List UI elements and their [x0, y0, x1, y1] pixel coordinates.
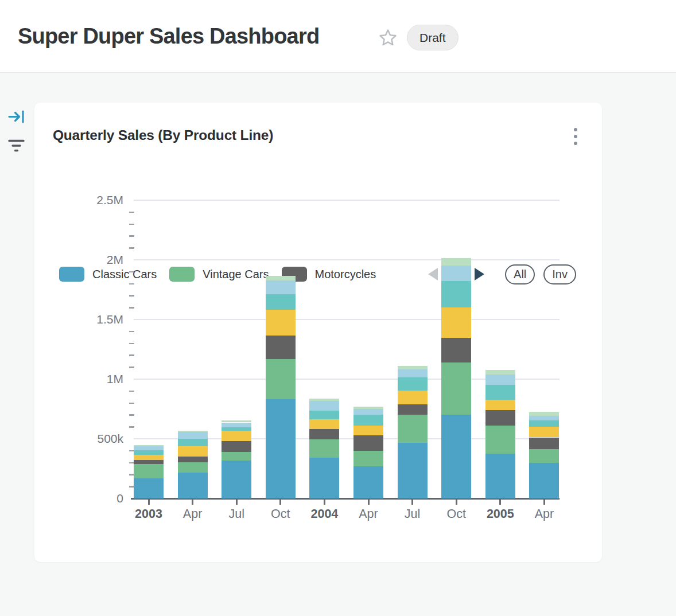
bar-segment[interactable] — [353, 466, 383, 498]
bar-segment[interactable] — [134, 478, 164, 498]
bar-segment[interactable] — [178, 439, 208, 446]
x-axis-tick — [236, 500, 238, 505]
bar-segment[interactable] — [529, 427, 559, 437]
page-title: Super Duper Sales Dashboard — [18, 25, 319, 47]
bar-segment[interactable] — [441, 362, 471, 415]
bar-segment[interactable] — [222, 431, 251, 441]
bar-segment[interactable] — [485, 375, 515, 385]
x-axis-tick — [279, 500, 281, 505]
bar-segment[interactable] — [134, 464, 164, 478]
bar-segment[interactable] — [309, 411, 339, 419]
bar-segment[interactable] — [222, 461, 251, 498]
y-axis-tick-label: 1M — [55, 372, 123, 386]
y-axis-minor-tick — [129, 212, 134, 213]
bar-segment[interactable] — [266, 399, 296, 498]
bar-segment[interactable] — [309, 399, 339, 401]
y-axis-tick-label: 0 — [55, 492, 123, 505]
bar-segment[interactable] — [529, 438, 559, 450]
bar-segment[interactable] — [222, 420, 251, 422]
bar-segment[interactable] — [266, 280, 296, 294]
bar-segment[interactable] — [398, 404, 428, 415]
bar-segment[interactable] — [485, 370, 515, 375]
bar-segment[interactable] — [222, 423, 251, 427]
bar-segment[interactable] — [178, 432, 208, 439]
bar-segment[interactable] — [441, 281, 471, 307]
bar-segment[interactable] — [309, 419, 339, 429]
bar-segment[interactable] — [134, 446, 164, 451]
y-axis-minor-tick — [129, 271, 134, 273]
bar-segment[interactable] — [309, 429, 339, 439]
bar-segment[interactable] — [266, 294, 296, 310]
bar-segment[interactable] — [529, 420, 559, 427]
bar-segment[interactable] — [529, 463, 559, 498]
bar-segment[interactable] — [178, 431, 208, 432]
bar-segment[interactable] — [134, 450, 164, 454]
filter-lines-icon[interactable] — [7, 138, 25, 155]
x-axis-tick — [324, 500, 325, 505]
bar-segment[interactable] — [485, 410, 515, 426]
y-axis-minor-tick — [129, 307, 134, 309]
bar-segment[interactable] — [529, 416, 559, 420]
x-axis-tick-label: Apr — [518, 507, 570, 521]
x-axis-tick — [368, 500, 370, 505]
arrow-bar-to-right-icon[interactable] — [7, 109, 25, 127]
bar-segment[interactable] — [353, 407, 383, 408]
y-axis-minor-tick — [129, 235, 134, 237]
bar-segment[interactable] — [398, 377, 428, 391]
bar-segment[interactable] — [441, 258, 471, 266]
bar-segment[interactable] — [266, 276, 296, 280]
chart-plot: 2.5M2M1.5M1M500k02003AprJulOct2004AprJul… — [34, 103, 602, 562]
y-axis-minor-tick — [129, 414, 134, 416]
bar-segment[interactable] — [353, 409, 383, 415]
bar-segment[interactable] — [485, 454, 515, 498]
bar-segment[interactable] — [178, 457, 208, 462]
bar-segment[interactable] — [398, 369, 428, 377]
bar-segment[interactable] — [398, 443, 428, 498]
y-axis-tick-label: 1.5M — [55, 313, 123, 326]
bar-segment[interactable] — [266, 336, 296, 359]
bar-segment[interactable] — [309, 401, 339, 411]
y-axis-tick-label: 2M — [55, 253, 123, 267]
x-axis-tick — [148, 500, 150, 505]
bar-segment[interactable] — [309, 439, 339, 458]
y-gridline — [134, 319, 560, 320]
bar-segment[interactable] — [222, 427, 251, 431]
bar-segment[interactable] — [134, 445, 164, 446]
bar-segment[interactable] — [441, 338, 471, 362]
y-axis-minor-tick — [129, 391, 134, 392]
x-axis-tick — [543, 500, 545, 505]
y-axis-tick-label: 500k — [55, 432, 123, 446]
bar-segment[interactable] — [398, 391, 428, 404]
bar-segment[interactable] — [134, 460, 164, 464]
bar-segment[interactable] — [222, 441, 251, 452]
bar-segment[interactable] — [353, 435, 383, 451]
bar-segment[interactable] — [178, 473, 208, 498]
bar-segment[interactable] — [353, 451, 383, 466]
bar-segment[interactable] — [485, 385, 515, 400]
bar-segment[interactable] — [353, 426, 383, 435]
bar-segment[interactable] — [485, 426, 515, 454]
x-axis-tick — [192, 500, 193, 505]
bar-segment[interactable] — [178, 462, 208, 473]
bar-segment[interactable] — [178, 446, 208, 457]
bar-segment[interactable] — [353, 415, 383, 426]
bar-segment[interactable] — [398, 366, 428, 370]
bar-segment[interactable] — [529, 412, 559, 416]
bar-segment[interactable] — [529, 449, 559, 463]
bar-segment[interactable] — [441, 307, 471, 338]
bar-segment[interactable] — [134, 455, 164, 460]
y-axis-minor-tick — [129, 295, 134, 297]
y-gridline — [134, 259, 560, 260]
x-axis-tick — [499, 500, 501, 505]
bar-segment[interactable] — [266, 359, 296, 400]
bar-segment[interactable] — [266, 310, 296, 336]
bar-segment[interactable] — [485, 400, 515, 410]
bar-segment[interactable] — [222, 452, 251, 461]
chart-card: Quarterly Sales (By Product Line) Classi… — [34, 103, 602, 562]
bar-segment[interactable] — [309, 458, 339, 498]
star-icon[interactable] — [378, 28, 398, 48]
bar-segment[interactable] — [398, 415, 428, 443]
bar-segment[interactable] — [441, 415, 471, 498]
x-axis-tick — [456, 500, 457, 505]
bar-segment[interactable] — [441, 266, 471, 281]
